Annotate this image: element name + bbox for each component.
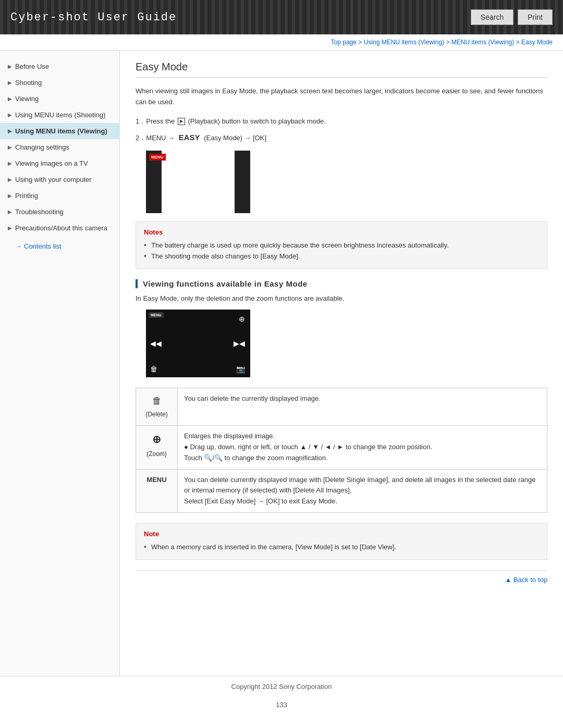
menu-icon: MENU [142, 475, 171, 486]
sidebar-item-viewing-tv[interactable]: ▶ Viewing images on a TV [0, 155, 119, 171]
chevron-right-icon: ▶ [8, 209, 12, 215]
screen2-menu-label: MENU [149, 312, 164, 318]
step1-text: 1．Press the (Playback) button to switch … [136, 115, 547, 127]
breadcrumb-menu-items[interactable]: MENU items (Viewing) [451, 39, 514, 46]
zoom-description: Enlarges the displayed image. ● Drag up,… [178, 426, 547, 469]
menu-description: You can delete currently displayed image… [178, 469, 547, 512]
page-title: Easy Mode [136, 61, 547, 78]
sidebar-item-using-menu-shooting[interactable]: ▶ Using MENU items (Shooting) [0, 107, 119, 123]
sidebar-label: Troubleshooting [15, 208, 64, 216]
notes-box: Notes The battery charge is used up more… [136, 221, 547, 269]
sidebar-item-using-menu-viewing[interactable]: ▶ Using MENU items (Viewing) [0, 123, 119, 139]
header-buttons: Search Print [471, 9, 553, 25]
sidebar-item-before-use[interactable]: ▶ Before Use [0, 58, 119, 75]
sidebar-label: Before Use [15, 63, 49, 70]
main-layout: ▶ Before Use ▶ Shooting ▶ Viewing ▶ Usin… [0, 51, 563, 676]
sidebar-label: Using MENU items (Shooting) [15, 111, 105, 119]
step1-prefix: 1．Press the [136, 117, 175, 125]
breadcrumb-top[interactable]: Top page [331, 39, 357, 46]
footer: Copyright 2012 Sony Corporation [0, 676, 563, 697]
contents-list-link[interactable]: → Contents list [0, 236, 119, 253]
sidebar-item-using-computer[interactable]: ▶ Using with your computer [0, 171, 119, 188]
screen-white-area [162, 151, 235, 213]
delete-icon: 🗑 [142, 393, 171, 409]
sidebar-label: Viewing [15, 95, 39, 103]
chevron-right-icon: ▶ [8, 177, 12, 182]
copyright-text: Copyright 2012 Sony Corporation [231, 683, 332, 690]
sidebar-item-troubleshooting[interactable]: ▶ Troubleshooting [0, 204, 119, 220]
print-button[interactable]: Print [518, 9, 553, 25]
chevron-right-icon: ▶ [8, 225, 12, 231]
zoom-desc-2: ● Drag up, down, right or left, or touch… [184, 443, 432, 451]
table-row: 🗑 (Delete) You can delete the currently … [136, 388, 547, 426]
arrow-right-icon: → [16, 243, 22, 250]
step2-suffix: (Easy Mode) → [OK] [204, 134, 266, 142]
notes-title: Notes [144, 228, 539, 236]
sidebar: ▶ Before Use ▶ Shooting ▶ Viewing ▶ Usin… [0, 51, 120, 676]
chevron-right-icon: ▶ [8, 112, 12, 118]
screen-image-1: MENU [146, 151, 250, 213]
notes-item-2: The shooting mode also changes to [Easy … [144, 251, 539, 262]
chevron-right-icon: ▶ [8, 128, 12, 134]
screen2-camera-icon: 📷 [236, 365, 245, 373]
sidebar-label: Precautions/About this camera [15, 224, 107, 232]
back-to-top[interactable]: ▲ Back to top [136, 570, 547, 589]
screen-menu-button: MENU [149, 154, 166, 161]
zoom-label: (Zoom) [146, 450, 167, 458]
notes-item-1: The battery charge is used up more quick… [144, 240, 539, 251]
menu-desc-2: Select [Exit Easy Mode] → [OK] to exit E… [184, 497, 337, 505]
intro-text: When viewing still images in Easy Mode, … [136, 86, 547, 108]
breadcrumb-using-menu-viewing[interactable]: Using MENU items (Viewing) [364, 39, 444, 46]
search-button[interactable]: Search [471, 9, 513, 25]
sidebar-label: Viewing images on a TV [15, 159, 88, 167]
menu-desc-1: You can delete currently displayed image… [184, 476, 536, 495]
delete-label: (Delete) [145, 411, 168, 418]
note2-item-1: When a memory card is inserted in the ca… [144, 542, 539, 553]
contents-link-label: Contents list [24, 242, 62, 250]
sidebar-label: Using with your computer [15, 176, 92, 183]
zoom-desc-1: Enlarges the displayed image. [184, 432, 275, 440]
back-to-top-link[interactable]: ▲ Back to top [505, 576, 547, 584]
screen-right-bar [235, 151, 250, 213]
content-area: Easy Mode When viewing still images in E… [120, 51, 563, 676]
menu-icon-cell: MENU [136, 469, 178, 512]
screen2-prev-icon: ◀◀ [150, 339, 162, 348]
zoom-icon: ⊕ [142, 431, 171, 448]
table-row: ⊕ (Zoom) Enlarges the displayed image. ●… [136, 426, 547, 469]
screen-image-2: MENU ⊕ ◀◀ ▶◀ 🗑 📷 [146, 310, 250, 377]
sidebar-item-precautions[interactable]: ▶ Precautions/About this camera [0, 220, 119, 236]
step2-easy: EASY [179, 133, 200, 142]
sidebar-label: Printing [15, 192, 38, 200]
chevron-right-icon: ▶ [8, 144, 12, 150]
sidebar-item-changing-settings[interactable]: ▶ Changing settings [0, 139, 119, 155]
sidebar-item-shooting[interactable]: ▶ Shooting [0, 75, 119, 91]
playback-icon [178, 118, 185, 125]
notes-list: The battery charge is used up more quick… [144, 240, 539, 262]
note2-list: When a memory card is inserted in the ca… [144, 542, 539, 553]
zoom-desc-3: Touch 🔍/🔍 to change the zoom magnificati… [184, 454, 328, 462]
header: Cyber-shot User Guide Search Print [0, 0, 563, 34]
section2-intro: In Easy Mode, only the deletion and the … [136, 294, 547, 302]
sidebar-label: Using MENU items (Viewing) [15, 127, 107, 135]
step2-text: 2．MENU → EASY (Easy Mode) → [OK] [136, 130, 547, 144]
note2-box: Note When a memory card is inserted in t… [136, 523, 547, 560]
screen2-next-icon: ▶◀ [234, 339, 245, 348]
page-number: 133 [0, 697, 563, 713]
sidebar-item-viewing[interactable]: ▶ Viewing [0, 91, 119, 107]
sidebar-label: Shooting [15, 79, 42, 87]
table-row: MENU You can delete currently displayed … [136, 469, 547, 512]
zoom-icon-cell: ⊕ (Zoom) [136, 426, 178, 469]
chevron-right-icon: ▶ [8, 96, 12, 102]
sidebar-item-printing[interactable]: ▶ Printing [0, 188, 119, 204]
breadcrumb: Top page > Using MENU items (Viewing) > … [0, 34, 563, 51]
function-table: 🗑 (Delete) You can delete the currently … [136, 388, 547, 513]
breadcrumb-easy-mode[interactable]: Easy Mode [521, 39, 553, 46]
chevron-right-icon: ▶ [8, 161, 12, 166]
note2-title: Note [144, 530, 539, 538]
chevron-right-icon: ▶ [8, 193, 12, 199]
app-title: Cyber-shot User Guide [10, 11, 177, 24]
sidebar-label: Changing settings [15, 143, 69, 151]
delete-description: You can delete the currently displayed i… [178, 388, 547, 426]
step1-suffix: (Playback) button to switch to playback … [188, 117, 325, 125]
chevron-right-icon: ▶ [8, 64, 12, 69]
